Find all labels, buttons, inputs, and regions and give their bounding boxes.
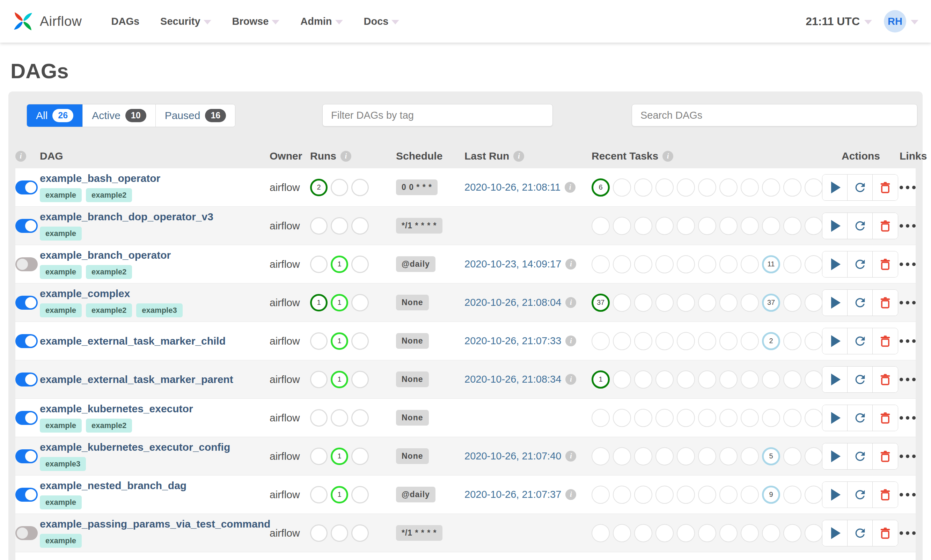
task-status-circle[interactable] xyxy=(783,371,802,389)
task-status-circle[interactable] xyxy=(698,217,716,235)
task-status-circle[interactable] xyxy=(698,486,716,504)
task-status-circle[interactable] xyxy=(656,294,674,312)
trigger-dag-button[interactable] xyxy=(822,482,848,508)
run-status-circle[interactable] xyxy=(351,409,369,427)
tab-active[interactable]: Active10 xyxy=(83,105,156,127)
run-status-circle[interactable]: 1 xyxy=(331,294,348,311)
dag-link[interactable]: example_external_task_marker_parent xyxy=(40,374,269,385)
task-status-circle[interactable] xyxy=(762,371,780,389)
trigger-dag-button[interactable] xyxy=(822,328,848,354)
run-status-circle[interactable]: 2 xyxy=(310,179,328,196)
task-status-circle[interactable] xyxy=(719,255,737,273)
task-status-circle[interactable] xyxy=(741,294,759,312)
task-status-circle[interactable] xyxy=(613,178,631,197)
task-status-circle[interactable] xyxy=(741,217,759,235)
timezone-selector[interactable]: 21:11 UTC xyxy=(806,15,872,28)
run-status-circle[interactable] xyxy=(351,448,369,465)
trigger-dag-button[interactable] xyxy=(822,290,848,315)
trigger-dag-button[interactable] xyxy=(822,520,848,546)
run-status-circle[interactable] xyxy=(351,255,369,273)
nav-item-dags[interactable]: DAGs xyxy=(111,16,140,27)
task-status-circle[interactable] xyxy=(698,447,716,465)
links-menu-button[interactable] xyxy=(900,186,916,189)
task-status-circle[interactable] xyxy=(762,409,780,427)
schedule-badge[interactable]: None xyxy=(396,410,429,426)
dag-pause-toggle[interactable] xyxy=(15,411,38,425)
task-status-circle[interactable] xyxy=(805,332,823,350)
dag-tag[interactable]: example xyxy=(40,495,82,509)
delete-dag-button[interactable] xyxy=(873,482,898,508)
run-status-circle[interactable] xyxy=(331,179,348,196)
dag-tag[interactable]: example xyxy=(40,265,82,279)
task-status-circle[interactable] xyxy=(656,524,674,542)
dag-tag[interactable]: example xyxy=(40,188,82,202)
dag-pause-toggle[interactable] xyxy=(15,257,38,271)
task-status-circle[interactable] xyxy=(719,294,737,312)
dag-pause-toggle[interactable] xyxy=(15,296,38,310)
run-status-circle[interactable] xyxy=(310,255,328,273)
task-status-circle[interactable] xyxy=(783,409,802,427)
dag-tag[interactable]: example2 xyxy=(86,303,132,317)
nav-item-browse[interactable]: Browse xyxy=(232,16,280,27)
task-status-circle[interactable] xyxy=(741,371,759,389)
dag-link[interactable]: example_complex xyxy=(40,288,269,300)
search-input[interactable] xyxy=(632,104,917,126)
tag-filter-input[interactable] xyxy=(322,104,553,126)
schedule-badge[interactable]: @daily xyxy=(396,487,435,502)
info-icon[interactable]: i xyxy=(513,151,524,162)
info-icon[interactable]: i xyxy=(565,335,576,346)
delete-dag-button[interactable] xyxy=(873,520,898,546)
task-status-circle[interactable] xyxy=(783,217,802,235)
trigger-dag-button[interactable] xyxy=(822,366,848,392)
task-status-circle[interactable] xyxy=(719,178,737,197)
trigger-dag-button[interactable] xyxy=(822,213,848,239)
dag-tag[interactable]: example xyxy=(40,226,82,240)
task-status-circle[interactable] xyxy=(805,409,823,427)
dag-pause-toggle[interactable] xyxy=(15,219,38,233)
task-status-circle[interactable] xyxy=(783,255,802,273)
task-status-circle[interactable]: 6 xyxy=(592,178,610,197)
task-status-circle[interactable]: 5 xyxy=(762,447,780,465)
task-status-circle[interactable] xyxy=(698,524,716,542)
refresh-dag-button[interactable] xyxy=(848,443,873,469)
task-status-circle[interactable] xyxy=(698,371,716,389)
dag-pause-toggle[interactable] xyxy=(15,180,38,194)
task-status-circle[interactable] xyxy=(698,178,716,197)
dag-link[interactable]: example_kubernetes_executor_config xyxy=(40,441,269,453)
trigger-dag-button[interactable] xyxy=(822,405,848,431)
header-schedule[interactable]: Schedule xyxy=(396,150,465,162)
task-status-circle[interactable] xyxy=(634,371,652,389)
task-status-circle[interactable] xyxy=(762,217,780,235)
dag-tag[interactable]: example2 xyxy=(86,188,132,202)
task-status-circle[interactable] xyxy=(634,486,652,504)
task-status-circle[interactable] xyxy=(592,409,610,427)
task-status-circle[interactable] xyxy=(677,294,695,312)
task-status-circle[interactable] xyxy=(805,217,823,235)
links-menu-button[interactable] xyxy=(900,493,916,497)
dag-tag[interactable]: example3 xyxy=(40,457,86,471)
dag-link[interactable]: example_kubernetes_executor xyxy=(40,403,269,415)
run-status-circle[interactable] xyxy=(310,371,328,388)
info-icon[interactable]: i xyxy=(565,489,576,500)
dag-tag[interactable]: example2 xyxy=(86,265,132,279)
dag-pause-toggle[interactable] xyxy=(15,526,38,540)
task-status-circle[interactable] xyxy=(613,332,631,350)
task-status-circle[interactable] xyxy=(741,255,759,273)
task-status-circle[interactable] xyxy=(634,409,652,427)
task-status-circle[interactable]: 9 xyxy=(762,486,780,504)
dag-link[interactable]: example_external_task_marker_child xyxy=(40,335,269,347)
task-status-circle[interactable] xyxy=(741,524,759,542)
run-status-circle[interactable]: 1 xyxy=(310,294,328,311)
info-icon[interactable]: i xyxy=(340,151,351,162)
dag-tag[interactable]: example xyxy=(40,303,82,317)
last-run-link[interactable]: 2020-10-26, 21:07:33 xyxy=(465,335,561,347)
task-status-circle[interactable] xyxy=(719,332,737,350)
task-status-circle[interactable] xyxy=(805,294,823,312)
links-menu-button[interactable] xyxy=(900,531,916,535)
schedule-badge[interactable]: None xyxy=(396,295,429,310)
run-status-circle[interactable] xyxy=(351,294,369,311)
delete-dag-button[interactable] xyxy=(873,251,898,277)
run-status-circle[interactable] xyxy=(331,525,348,542)
nav-item-admin[interactable]: Admin xyxy=(300,16,343,27)
dag-link[interactable]: example_bash_operator xyxy=(40,172,269,184)
